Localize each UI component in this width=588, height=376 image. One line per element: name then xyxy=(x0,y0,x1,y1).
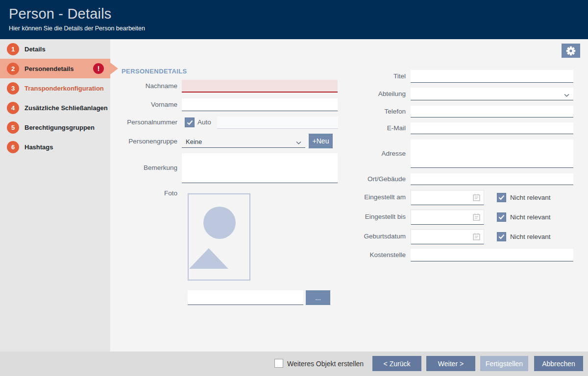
ort-gebaeude-input[interactable] xyxy=(411,173,573,185)
auto-label: Auto xyxy=(197,118,211,126)
eingestellt-am-label: Eingestellt am xyxy=(342,193,406,201)
error-icon: ! xyxy=(93,63,104,74)
foto-path-input[interactable] xyxy=(188,290,303,305)
step-label: Zusätzliche Schließanlagen xyxy=(24,104,108,112)
nachname-label: Nachname xyxy=(119,82,177,90)
geburtsdatum-nicht-relevant-checkbox[interactable] xyxy=(497,232,506,241)
telefon-label: Telefon xyxy=(342,108,406,116)
step-number-icon: 1 xyxy=(7,43,19,55)
nicht-relevant-label: Nicht relevant xyxy=(510,194,551,201)
step-label: Details xyxy=(24,46,46,53)
finish-button[interactable]: Fertigstellen xyxy=(480,356,528,371)
eingestellt-am-nicht-relevant-checkbox[interactable] xyxy=(497,193,506,202)
eingestellt-bis-input[interactable] xyxy=(411,210,484,225)
header: Person - Details Hier können Sie die Det… xyxy=(0,0,588,39)
person-details-window: Person - Details Hier können Sie die Det… xyxy=(0,0,588,376)
page-subtitle: Hier können Sie die Details der Person b… xyxy=(9,25,588,32)
personengruppe-select[interactable]: Keine xyxy=(182,136,305,148)
vorname-label: Vorname xyxy=(119,101,177,109)
active-step-arrow-icon xyxy=(110,63,118,74)
personengruppe-label: Personengruppe xyxy=(119,138,177,145)
geburtsdatum-label: Geburtsdatum xyxy=(342,233,406,240)
nachname-input[interactable] xyxy=(182,80,338,93)
footer-bar: Weiteres Objekt erstellen < Zurück Weite… xyxy=(0,352,588,376)
chevron-down-icon xyxy=(296,138,301,146)
chevron-down-icon xyxy=(564,90,569,99)
abteilung-select[interactable] xyxy=(411,88,573,100)
abteilung-label: Abteilung xyxy=(342,90,406,98)
step-number-icon: 6 xyxy=(7,141,19,153)
sidebar-step-berechtigungsgruppen[interactable]: 5 Berechtigungsgruppen xyxy=(0,118,110,137)
photo-placeholder xyxy=(188,193,250,281)
step-number-icon: 2 xyxy=(7,63,19,75)
personengruppe-value: Keine xyxy=(182,138,202,145)
personalnummer-label: Personalnummer xyxy=(119,118,177,126)
titel-input[interactable] xyxy=(411,70,573,83)
settings-button[interactable] xyxy=(562,44,580,58)
checkmark-icon xyxy=(498,214,505,220)
page-title: Person - Details xyxy=(9,6,588,22)
cancel-button[interactable]: Abbrechen xyxy=(534,356,583,371)
person-silhouette-head-icon xyxy=(203,207,236,239)
form-area: PERSONENDETAILS Nachname Vorname Persona… xyxy=(110,39,588,352)
vorname-input[interactable] xyxy=(182,98,338,111)
next-button[interactable]: Weiter > xyxy=(426,356,475,371)
email-label: E-Mail xyxy=(342,124,406,132)
kostenstelle-label: Kostenstelle xyxy=(342,251,406,259)
auto-checkbox[interactable] xyxy=(185,118,195,127)
sidebar-step-transponderkonfiguration[interactable]: 3 Transponderkonfiguration xyxy=(0,78,110,98)
back-button[interactable]: < Zurück xyxy=(372,356,421,371)
section-title: PERSONENDETAILS xyxy=(122,68,187,75)
email-input[interactable] xyxy=(411,122,573,134)
adresse-textarea[interactable] xyxy=(411,140,573,168)
step-number-icon: 5 xyxy=(7,121,19,134)
checkmark-icon xyxy=(187,120,193,125)
step-number-icon: 4 xyxy=(7,102,19,114)
neu-button[interactable]: +Neu xyxy=(309,134,333,148)
titel-label: Titel xyxy=(342,72,406,80)
person-silhouette-shoulders-icon xyxy=(189,248,228,269)
step-number-icon: 3 xyxy=(7,82,19,94)
bemerkung-label: Bemerkung xyxy=(119,164,177,172)
step-label: Berechtigungsgruppen xyxy=(24,124,95,131)
weiteres-objekt-label: Weiteres Objekt erstellen xyxy=(287,360,364,368)
sidebar-step-details[interactable]: 1 Details xyxy=(0,39,110,59)
checkmark-icon xyxy=(498,195,505,200)
sidebar-step-hashtags[interactable]: 6 Hashtags xyxy=(0,137,110,157)
sidebar-step-zusaetzliche-schliessanlagen[interactable]: 4 Zusätzliche Schließanlagen xyxy=(0,98,110,118)
nicht-relevant-label: Nicht relevant xyxy=(510,233,551,240)
personalnummer-input[interactable] xyxy=(217,117,338,129)
step-label: Hashtags xyxy=(24,143,53,151)
eingestellt-am-input[interactable] xyxy=(411,190,484,205)
step-label: Transponderkonfiguration xyxy=(24,85,104,92)
foto-label: Foto xyxy=(119,189,177,197)
geburtsdatum-input[interactable] xyxy=(411,229,484,244)
browse-button[interactable]: ... xyxy=(306,290,330,305)
calendar-icon[interactable] xyxy=(472,213,481,223)
sidebar-step-personendetails[interactable]: 2 Personendetails ! xyxy=(0,59,110,78)
telefon-input[interactable] xyxy=(411,106,573,118)
eingestellt-bis-label: Eingestellt bis xyxy=(342,213,406,221)
adresse-label: Adresse xyxy=(342,150,406,158)
ort-gebaeude-label: Ort/Gebäude xyxy=(342,175,406,183)
weiteres-objekt-checkbox[interactable] xyxy=(274,359,283,368)
eingestellt-bis-nicht-relevant-checkbox[interactable] xyxy=(497,212,506,222)
wizard-sidebar: 1 Details 2 Personendetails ! 3 Transpon… xyxy=(0,39,110,352)
bemerkung-textarea[interactable] xyxy=(182,153,338,183)
calendar-icon[interactable] xyxy=(472,193,481,204)
nicht-relevant-label: Nicht relevant xyxy=(510,213,551,221)
calendar-icon[interactable] xyxy=(472,233,481,243)
checkmark-icon xyxy=(498,234,505,239)
step-label: Personendetails xyxy=(24,65,74,72)
gear-icon xyxy=(566,46,576,56)
kostenstelle-input[interactable] xyxy=(411,249,573,261)
